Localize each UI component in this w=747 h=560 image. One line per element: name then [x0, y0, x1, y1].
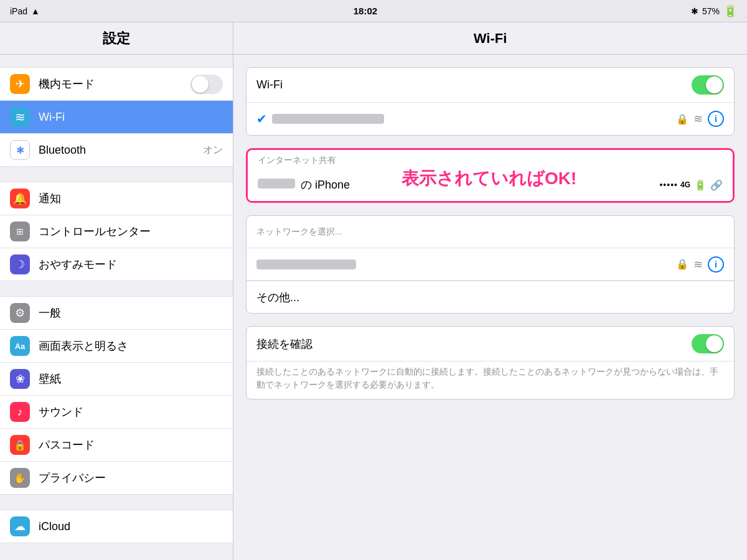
airplane-icon: ✈: [10, 74, 30, 94]
display-icon: Aa: [10, 336, 30, 356]
other-lock-icon: 🔒: [676, 258, 688, 270]
sound-label: サウンド: [39, 404, 223, 419]
networks-label: ネットワークを選択...: [256, 226, 724, 238]
confirm-connection-row: 接続を確認: [247, 327, 734, 362]
passcode-icon: 🔒: [10, 435, 30, 455]
other-network-row: 🔒 ≋ i: [247, 248, 734, 281]
network-type-badge: 4G: [680, 180, 690, 189]
controlcenter-label: コントロールセンター: [39, 224, 223, 239]
confirm-connection-group: 接続を確認 接続したことのあるネットワークに自動的に接続します。接続したことのあ…: [246, 326, 735, 399]
confirm-connection-toggle[interactable]: [692, 334, 724, 353]
wifi-label: Wi-Fi: [39, 111, 223, 124]
wallpaper-label: 壁紙: [39, 371, 223, 386]
bluetooth-value: オン: [203, 144, 223, 157]
networks-group: ネットワークを選択... 🔒 ≋ i その他...: [246, 215, 735, 314]
sidebar-gap-1: [0, 169, 233, 182]
sidebar-gap-3: [0, 497, 233, 510]
battery-percent: 57%: [702, 6, 720, 16]
other-network-name: [256, 259, 356, 269]
notifications-label: 通知: [39, 191, 223, 206]
sidebar-item-passcode[interactable]: 🔒 パスコード: [0, 429, 233, 462]
airplane-label: 機内モード: [39, 77, 190, 91]
other-network-icons: 🔒 ≋ i: [676, 256, 724, 273]
wifi-icon: ≋: [10, 107, 30, 127]
sidebar-section-connectivity: ✈ 機内モード ≋ Wi-Fi ✱ Bluetooth オン: [0, 55, 233, 169]
wallpaper-icon: ❀: [10, 369, 30, 389]
general-label: 一般: [39, 306, 223, 320]
connected-network-row: ✔ 🔒 ≋ i: [247, 103, 734, 135]
network-row-icons: 🔒 ≋ i: [676, 111, 724, 127]
iphone-label: の iPhone: [258, 177, 659, 192]
confirm-connection-label: 接続を確認: [256, 337, 692, 352]
privacy-label: プライバシー: [39, 470, 223, 485]
bluetooth-label: Bluetooth: [39, 144, 198, 157]
network-info-button[interactable]: i: [708, 111, 724, 127]
sidebar-item-notifications[interactable]: 🔔 通知: [0, 182, 233, 215]
sidebar-section-system: 🔔 通知 ⊞ コントロールセンター ☽ おやすみモード: [0, 182, 233, 284]
sidebar-item-wallpaper[interactable]: ❀ 壁紙: [0, 363, 233, 396]
iphone-suffix: の iPhone: [301, 179, 350, 191]
sidebar-item-general[interactable]: ⚙ 一般: [0, 296, 233, 330]
sidebar-gap-2: [0, 284, 233, 296]
iphone-name-placeholder: [258, 179, 295, 189]
sound-icon: ♪: [10, 402, 30, 422]
wifi-signal-icon: ≋: [693, 112, 703, 126]
bluetooth-status-icon: ✱: [691, 6, 698, 16]
main-content: Wi-Fi Wi-Fi ✔ 🔒 ≋ i: [233, 22, 747, 560]
icloud-label: iCloud: [39, 520, 223, 533]
other-wifi-icon: ≋: [693, 258, 703, 271]
internet-sharing-wrapper: インターネット共有 の iPhone ••••• 4G 🔋 🔗 表示されていれば…: [246, 148, 735, 203]
sidebar-item-donotdisturb[interactable]: ☽ おやすみモード: [0, 248, 233, 281]
signal-dots: •••••: [659, 180, 678, 190]
controlcenter-icon: ⊞: [10, 222, 30, 241]
hotspot-chain-icon: 🔗: [710, 179, 723, 191]
wifi-toggle-row: Wi-Fi: [247, 68, 734, 103]
main-title: Wi-Fi: [233, 22, 747, 55]
hotspot-battery-icon: 🔋: [694, 179, 707, 191]
confirm-connection-description: 接続したことのあるネットワークに自動的に接続します。接続したことのあるネットワー…: [247, 362, 734, 399]
display-label: 画面表示と明るさ: [39, 338, 223, 353]
wifi-setting-label: Wi-Fi: [256, 78, 692, 91]
wifi-toggle[interactable]: [692, 75, 724, 95]
status-right: ✱ 57% 🔋: [691, 4, 737, 18]
notifications-icon: 🔔: [10, 189, 30, 208]
donotdisturb-label: おやすみモード: [39, 257, 223, 272]
wifi-signal-icon: ▲: [31, 6, 40, 16]
other-networks-row[interactable]: その他...: [247, 281, 734, 313]
sidebar-item-wifi[interactable]: ≋ Wi-Fi: [0, 101, 233, 134]
sidebar: 設定 ✈ 機内モード ≋ Wi-Fi ✱ Bluetooth オン 🔔: [0, 22, 233, 560]
airplane-toggle[interactable]: [190, 75, 223, 94]
sidebar-item-controlcenter[interactable]: ⊞ コントロールセンター: [0, 215, 233, 248]
status-left: iPad ▲: [10, 6, 40, 16]
sidebar-item-icloud[interactable]: ☁ iCloud: [0, 510, 233, 543]
internet-sharing-box: インターネット共有 の iPhone ••••• 4G 🔋 🔗: [246, 148, 735, 203]
privacy-icon: ✋: [10, 468, 30, 488]
sidebar-section-account: ☁ iCloud: [0, 510, 233, 546]
main-body: Wi-Fi ✔ 🔒 ≋ i インターネット共有: [233, 55, 747, 560]
sidebar-item-airplane[interactable]: ✈ 機内モード: [0, 67, 233, 101]
wifi-toggle-group: Wi-Fi ✔ 🔒 ≋ i: [246, 67, 735, 136]
ipad-label: iPad: [10, 6, 27, 16]
connected-network-name: [272, 114, 384, 124]
internet-sharing-label: インターネット共有: [248, 150, 733, 169]
status-time: 18:02: [354, 6, 377, 16]
donotdisturb-icon: ☽: [10, 254, 30, 274]
general-icon: ⚙: [10, 303, 30, 323]
other-network-info-button[interactable]: i: [708, 256, 724, 273]
sidebar-item-privacy[interactable]: ✋ プライバシー: [0, 462, 233, 495]
checkmark-icon: ✔: [256, 111, 267, 126]
sidebar-item-display[interactable]: Aa 画面表示と明るさ: [0, 330, 233, 363]
sidebar-section-settings: ⚙ 一般 Aa 画面表示と明るさ ❀ 壁紙 ♪ サウンド 🔒 パスコード ✋ プ…: [0, 296, 233, 497]
icloud-icon: ☁: [10, 516, 30, 536]
battery-icon: 🔋: [723, 4, 737, 18]
app-container: 設定 ✈ 機内モード ≋ Wi-Fi ✱ Bluetooth オン 🔔: [0, 22, 747, 560]
other-label: その他...: [256, 290, 724, 305]
passcode-label: パスコード: [39, 437, 223, 452]
sidebar-item-sound[interactable]: ♪ サウンド: [0, 396, 233, 429]
lock-icon: 🔒: [676, 113, 688, 125]
sidebar-item-bluetooth[interactable]: ✱ Bluetooth オン: [0, 134, 233, 167]
iphone-hotspot-row[interactable]: の iPhone ••••• 4G 🔋 🔗: [248, 169, 733, 201]
networks-section-label-row: ネットワークを選択...: [247, 216, 734, 248]
sidebar-title: 設定: [0, 22, 233, 55]
bluetooth-icon: ✱: [10, 140, 30, 160]
